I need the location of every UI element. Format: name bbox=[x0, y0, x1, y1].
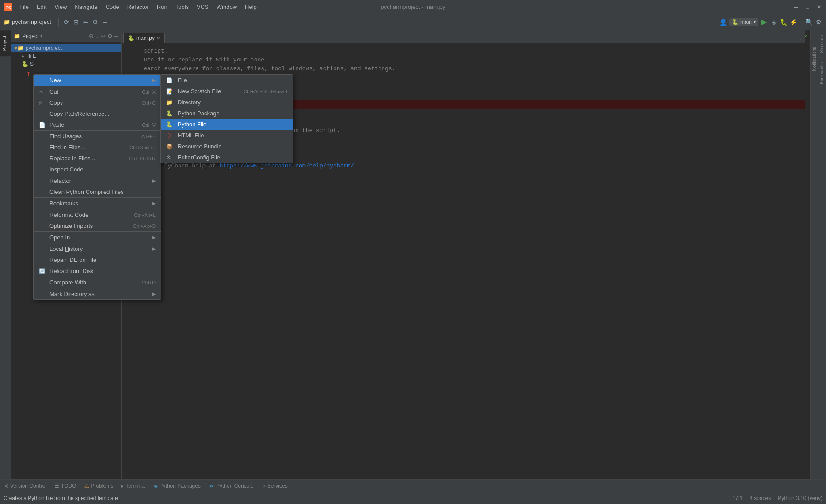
ctx-open-in[interactable]: Open In ▶ bbox=[34, 231, 161, 243]
ctx-replace[interactable]: Replace in Files... Ctrl+Shift+R bbox=[34, 153, 161, 164]
sub-scratch[interactable]: 📝 New Scratch File Ctrl+Alt+Shift+Insert bbox=[161, 86, 293, 97]
sub-python-file-label: Python File bbox=[178, 121, 206, 128]
bottom-tab-problems[interactable]: ⚠ Problems bbox=[81, 481, 117, 490]
toolbar: 📁 pycharmproject ⟳ ⊞ ⇤ ⚙ ─ 👤 🐍 main ▾ ▶ … bbox=[0, 14, 826, 30]
status-bar: Creates a Python file from the specified… bbox=[0, 492, 826, 504]
ctx-reload-icon: 🔄 bbox=[39, 268, 47, 274]
context-menu: New ▶ ✂ Cut Ctrl+X ⎘ Copy Ctrl+C Copy Pa… bbox=[33, 74, 161, 300]
python-console-icon: ≫ bbox=[209, 483, 214, 489]
menu-edit[interactable]: Edit bbox=[33, 2, 50, 11]
sub-editor-config[interactable]: ⚙ EditorConfig File bbox=[161, 152, 293, 163]
menu-window[interactable]: Window bbox=[213, 2, 240, 11]
bottom-tab-terminal[interactable]: ▸ Terminal bbox=[118, 481, 149, 490]
menu-tools[interactable]: Tools bbox=[172, 2, 192, 11]
bottom-tab-vcs[interactable]: ⑆ Version Control bbox=[2, 481, 50, 490]
ctx-find-usages[interactable]: Find Usages Alt+F7 bbox=[34, 130, 161, 142]
sub-html-file-label: HTML File bbox=[178, 132, 204, 139]
menu-view[interactable]: View bbox=[51, 2, 70, 11]
directory-icon: 📁 bbox=[166, 99, 175, 106]
sub-editor-config-label: EditorConfig File bbox=[178, 154, 220, 161]
ctx-find-files[interactable]: Find in Files... Ctrl+Shift+F bbox=[34, 142, 161, 153]
services-icon: ▷ bbox=[262, 483, 266, 489]
menu-vcs[interactable]: VCS bbox=[193, 2, 212, 11]
toolbar-layout-icon[interactable]: ⊞ bbox=[72, 18, 80, 26]
run-configuration[interactable]: 🐍 main ▾ bbox=[729, 18, 758, 26]
ctx-optimize-shortcut: Ctrl+Alt+O bbox=[124, 224, 156, 229]
bottom-tab-vcs-label: Version Control bbox=[10, 483, 46, 489]
project-name: pycharmproject bbox=[12, 19, 51, 25]
ctx-repair[interactable]: Repair IDE on File bbox=[34, 254, 161, 265]
settings-icon[interactable]: ⚙ bbox=[815, 18, 822, 26]
sub-html-file[interactable]: ⬡ HTML File bbox=[161, 130, 293, 141]
menu-help[interactable]: Help bbox=[241, 2, 260, 11]
bottom-tab-services-label: Services bbox=[267, 483, 288, 489]
app-logo: PC bbox=[4, 3, 12, 11]
ctx-reload[interactable]: 🔄 Reload from Disk bbox=[34, 265, 161, 277]
ctx-reformat-shortcut: Ctrl+Alt+L bbox=[125, 212, 156, 218]
run-config-name: main bbox=[740, 19, 752, 25]
maximize-button[interactable]: □ bbox=[804, 4, 811, 11]
ctx-mark-dir-label: Mark Directory as bbox=[49, 291, 95, 297]
resource-bundle-icon: 📦 bbox=[166, 144, 175, 150]
file-icon: 📄 bbox=[166, 77, 175, 83]
ctx-reformat[interactable]: Reformat Code Ctrl+Alt+L bbox=[34, 209, 161, 220]
sub-python-file[interactable]: 🐍 Python File bbox=[161, 119, 293, 130]
ctx-new[interactable]: New ▶ bbox=[34, 75, 161, 86]
toolbar-collapse-icon[interactable]: ⇤ bbox=[82, 18, 90, 26]
ctx-cut[interactable]: ✂ Cut Ctrl+X bbox=[34, 86, 161, 97]
bottom-tab-todo[interactable]: ☰ TODO bbox=[51, 481, 80, 490]
bottom-tab-python-packages[interactable]: ◈ Python Packages bbox=[150, 481, 204, 490]
menu-run[interactable]: Run bbox=[153, 2, 171, 11]
status-indent[interactable]: 4 spaces bbox=[750, 495, 771, 501]
coverage-button[interactable]: ◈ bbox=[770, 18, 778, 26]
toolbar-separator2 bbox=[801, 18, 801, 27]
sub-resource-bundle-label: Resource Bundle bbox=[178, 143, 222, 150]
toolbar-sync-icon[interactable]: ⟳ bbox=[62, 18, 70, 26]
ctx-clean[interactable]: Clean Python Compiled Files bbox=[34, 186, 161, 197]
status-python[interactable]: Python 3.10 (venv) bbox=[778, 495, 822, 501]
ctx-find-usages-shortcut: Alt+F7 bbox=[133, 134, 156, 139]
ctx-paste[interactable]: 📄 Paste Ctrl+V bbox=[34, 119, 161, 130]
toolbar-hide-icon[interactable]: ─ bbox=[101, 18, 109, 26]
close-button[interactable]: ✕ bbox=[815, 4, 822, 11]
menu-navigate[interactable]: Navigate bbox=[71, 2, 101, 11]
sub-scratch-shortcut: Ctrl+Alt+Shift+Insert bbox=[244, 89, 287, 94]
ctx-compare[interactable]: Compare With... Ctrl+D bbox=[34, 277, 161, 288]
sub-directory[interactable]: 📁 Directory bbox=[161, 97, 293, 108]
menu-code[interactable]: Code bbox=[102, 2, 123, 11]
sub-python-package[interactable]: 🐍 Python Package bbox=[161, 108, 293, 119]
profile-button[interactable]: ⚡ bbox=[789, 18, 797, 26]
ctx-mark-dir[interactable]: Mark Directory as ▶ bbox=[34, 288, 161, 299]
menu-refactor[interactable]: Refactor bbox=[124, 2, 152, 11]
ctx-bookmarks-label: Bookmarks bbox=[49, 200, 78, 207]
ctx-refactor-arrow: ▶ bbox=[152, 178, 156, 184]
ctx-inspect[interactable]: Inspect Code... bbox=[34, 164, 161, 175]
ctx-local-history-arrow: ▶ bbox=[152, 246, 156, 252]
toolbar-settings-icon[interactable]: ⚙ bbox=[91, 18, 99, 26]
ctx-copy[interactable]: ⎘ Copy Ctrl+C bbox=[34, 97, 161, 108]
bottom-tab-terminal-label: Terminal bbox=[126, 483, 145, 489]
minimize-button[interactable]: ─ bbox=[792, 4, 799, 11]
debug-button[interactable]: 🐛 bbox=[780, 18, 788, 26]
problems-icon: ⚠ bbox=[84, 483, 89, 489]
ctx-inspect-label: Inspect Code... bbox=[49, 166, 88, 173]
run-button[interactable]: ▶ bbox=[760, 18, 768, 26]
bottom-tab-services[interactable]: ▷ Services bbox=[258, 481, 291, 490]
status-position[interactable]: 17:1 bbox=[732, 495, 742, 501]
ctx-refactor[interactable]: Refactor ▶ bbox=[34, 175, 161, 186]
ctx-local-history[interactable]: Local History ▶ bbox=[34, 243, 161, 254]
ctx-bookmarks[interactable]: Bookmarks ▶ bbox=[34, 197, 161, 209]
sub-resource-bundle[interactable]: 📦 Resource Bundle bbox=[161, 141, 293, 152]
ctx-copy-path[interactable]: Copy Path/Reference... bbox=[34, 108, 161, 119]
ctx-optimize[interactable]: Optimize Imports Ctrl+Alt+O bbox=[34, 220, 161, 231]
bottom-tab-todo-label: TODO bbox=[61, 483, 76, 489]
bottom-tab-python-console[interactable]: ≫ Python Console bbox=[205, 481, 257, 490]
todo-icon: ☰ bbox=[54, 483, 59, 489]
menu-file[interactable]: File bbox=[16, 2, 32, 11]
ctx-clean-label: Clean Python Compiled Files bbox=[49, 189, 124, 195]
sub-file[interactable]: 📄 File bbox=[161, 75, 293, 86]
main-layout: Project 📁 Project ▾ ⊕ ≡ ⇿ ⚙ ─ ▾📁 pycharm… bbox=[0, 30, 826, 479]
search-everywhere-icon[interactable]: 🔍 bbox=[805, 18, 813, 26]
ctx-bookmarks-arrow: ▶ bbox=[152, 201, 156, 206]
account-icon[interactable]: 👤 bbox=[719, 18, 727, 26]
